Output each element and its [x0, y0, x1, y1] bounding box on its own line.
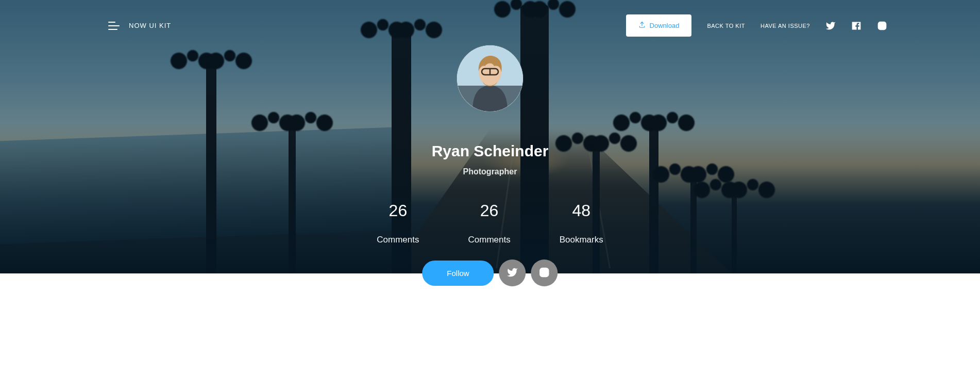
brand[interactable]: NOW UI KIT [129, 22, 171, 29]
follow-button[interactable]: Follow [422, 261, 494, 286]
svg-point-1 [881, 24, 884, 27]
stat-value: 26 [468, 201, 510, 220]
stat-label: Comments [377, 235, 419, 245]
twitter-icon [507, 267, 518, 280]
nav-back-to-kit[interactable]: BACK TO KIT [707, 23, 745, 29]
profile-hero: NOW UI KIT Download BACK TO KIT HAVE AN … [0, 0, 980, 273]
svg-point-10 [543, 270, 546, 274]
profile-actions: Follow [422, 260, 557, 286]
page-body [0, 273, 980, 373]
profile-content: Ryan Scheinder Photographer 26 Comments … [0, 45, 980, 245]
instagram-icon [539, 267, 550, 280]
nav-have-issue[interactable]: HAVE AN ISSUE? [761, 23, 810, 29]
download-button[interactable]: Download [626, 14, 692, 37]
profile-name: Ryan Scheinder [432, 142, 549, 160]
upload-icon [638, 21, 646, 30]
navbar-left: NOW UI KIT [108, 22, 171, 30]
facebook-icon[interactable] [851, 21, 861, 31]
stat-comments-1: 26 Comments [377, 201, 419, 245]
profile-role: Photographer [463, 167, 517, 176]
avatar [457, 45, 523, 111]
menu-icon[interactable] [108, 22, 120, 30]
download-label: Download [650, 22, 680, 29]
profile-stats: 26 Comments 26 Comments 48 Bookmarks [377, 201, 603, 245]
stat-label: Bookmarks [560, 235, 603, 245]
twitter-icon[interactable] [825, 21, 836, 31]
twitter-button[interactable] [499, 260, 526, 286]
stat-value: 26 [377, 201, 419, 220]
navbar-right: Download BACK TO KIT HAVE AN ISSUE? [626, 14, 887, 37]
instagram-icon[interactable] [877, 21, 887, 31]
stat-bookmarks: 48 Bookmarks [560, 201, 603, 245]
svg-point-2 [884, 23, 885, 24]
stat-value: 48 [560, 201, 603, 220]
svg-point-11 [547, 269, 548, 270]
navbar: NOW UI KIT Download BACK TO KIT HAVE AN … [0, 0, 980, 51]
instagram-button[interactable] [531, 260, 558, 286]
stat-label: Comments [468, 235, 510, 245]
stat-comments-2: 26 Comments [468, 201, 510, 245]
